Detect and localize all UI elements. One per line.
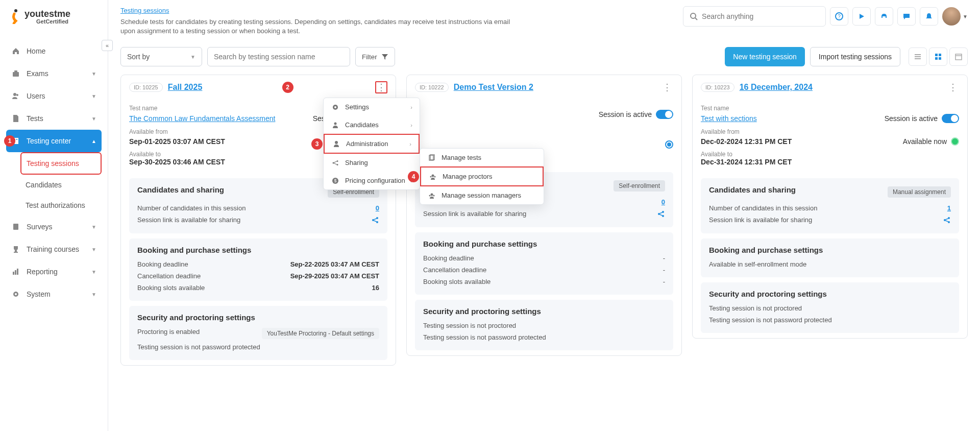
- help-button[interactable]: ?: [830, 7, 848, 26]
- svg-text:?: ?: [838, 14, 841, 19]
- nav-label: System: [27, 290, 51, 298]
- view-list-button[interactable]: [909, 47, 927, 66]
- label: Testing session is not proctored: [423, 322, 516, 329]
- menu-settings[interactable]: Settings ›: [324, 98, 420, 116]
- svg-line-60: [946, 221, 948, 222]
- session-title-link[interactable]: Fall 2025: [168, 83, 203, 92]
- label: Proctoring is enabled: [137, 328, 200, 339]
- status-radio[interactable]: [665, 140, 673, 149]
- nav-reporting[interactable]: Reporting ▼: [6, 260, 102, 283]
- share-icon[interactable]: [657, 210, 665, 218]
- nav-testing-center[interactable]: 1 Testing center ▲: [6, 130, 102, 152]
- nav-label: Surveys: [27, 223, 53, 231]
- play-button[interactable]: [852, 7, 871, 26]
- submenu-manage-proctors[interactable]: 4 Manage proctors: [420, 166, 544, 186]
- filter-label: Filter: [362, 53, 377, 61]
- step-badge-4: 4: [408, 171, 419, 182]
- chevron-down-icon: ▼: [91, 224, 96, 230]
- import-testing-sessions-button[interactable]: Import testing sessions: [810, 47, 900, 66]
- label: Cancellation deadline: [137, 272, 201, 280]
- nav-users[interactable]: Users ▼: [6, 85, 102, 107]
- svg-point-50: [433, 195, 435, 196]
- global-search[interactable]: [683, 6, 826, 27]
- users-icon: [11, 92, 20, 100]
- menu-administration[interactable]: 3 Administration ›: [324, 134, 420, 154]
- nav-surveys[interactable]: Surveys ▼: [6, 216, 102, 238]
- sort-by-select[interactable]: Sort by ▼: [120, 47, 202, 66]
- chevron-up-icon: ▲: [91, 138, 96, 144]
- svg-line-54: [660, 212, 663, 213]
- notifications-button[interactable]: [920, 7, 938, 26]
- menu-candidates[interactable]: Candidates ›: [324, 116, 420, 134]
- nav-candidates[interactable]: Candidates: [20, 175, 102, 195]
- menu-pricing[interactable]: $ Pricing configuration ›: [324, 172, 420, 189]
- label: Testing session is not password protecte…: [137, 343, 260, 351]
- enrollment-badge: Self-enrollment: [614, 180, 665, 191]
- chat-button[interactable]: [897, 7, 916, 26]
- svg-point-4: [16, 94, 18, 96]
- slots-value: -: [663, 278, 665, 285]
- session-title-link[interactable]: 16 December, 2024: [740, 83, 813, 92]
- user-menu[interactable]: ▼: [942, 7, 968, 26]
- global-search-input[interactable]: [702, 12, 819, 20]
- label: Testing session is not password protecte…: [709, 316, 832, 324]
- collapse-sidebar-button[interactable]: «: [102, 40, 113, 51]
- step-badge-3: 3: [311, 138, 323, 150]
- session-more-button[interactable]: ⋮: [375, 81, 387, 93]
- chevron-down-icon: ▼: [91, 116, 96, 122]
- nav-system[interactable]: System ▼: [6, 283, 102, 305]
- nav-home[interactable]: Home: [6, 40, 102, 62]
- session-title-link[interactable]: Demo Test Version 2: [454, 83, 533, 92]
- session-id-badge: ID: 10222: [415, 83, 449, 92]
- candidate-count-link[interactable]: 1: [947, 204, 951, 212]
- session-active-toggle[interactable]: [656, 110, 673, 119]
- nav-exams[interactable]: Exams ▼: [6, 62, 102, 85]
- session-more-button[interactable]: ⋮: [661, 81, 673, 93]
- session-id-badge: ID: 10225: [129, 83, 163, 92]
- view-grid-button[interactable]: [929, 47, 947, 66]
- candidate-count-link[interactable]: 0: [376, 204, 379, 212]
- test-name-link[interactable]: The Common Law Fundamentals Assessment: [129, 114, 275, 123]
- menu-label: Sharing: [345, 159, 368, 166]
- session-actions-menu: Settings › Candidates › 3 Administration…: [323, 98, 420, 190]
- files-icon: [427, 154, 436, 161]
- svg-point-45: [432, 174, 434, 177]
- nav-label: Exams: [27, 69, 48, 78]
- chevron-right-icon: ›: [410, 104, 412, 110]
- home-icon: [11, 47, 20, 55]
- chart-icon: [11, 268, 20, 276]
- session-id-badge: ID: 10223: [701, 83, 734, 92]
- menu-sharing[interactable]: Sharing: [324, 154, 420, 172]
- candidate-count-link[interactable]: 0: [662, 198, 665, 206]
- svg-point-49: [429, 195, 431, 196]
- breadcrumb[interactable]: Testing sessions: [120, 7, 169, 14]
- nav-testing-sessions[interactable]: Testing sessions: [20, 152, 102, 175]
- section-title: Booking and purchase settings: [423, 240, 665, 248]
- nav-tests[interactable]: Tests ▼: [6, 107, 102, 130]
- session-search[interactable]: [207, 47, 350, 66]
- new-testing-session-button[interactable]: New testing session: [725, 47, 805, 66]
- nav-training-courses[interactable]: Training courses ▼: [6, 238, 102, 260]
- share-icon[interactable]: [943, 216, 951, 224]
- support-button[interactable]: [875, 7, 893, 26]
- logo[interactable]: youtestme GetCertified: [10, 8, 97, 25]
- status-label: Available now: [903, 137, 947, 146]
- view-calendar-button[interactable]: [949, 47, 968, 66]
- share-icon[interactable]: [371, 216, 379, 224]
- test-name-link[interactable]: Test with sections: [701, 114, 757, 123]
- filter-button[interactable]: Filter: [355, 47, 395, 66]
- session-more-button[interactable]: ⋮: [947, 81, 959, 93]
- session-active-toggle[interactable]: [942, 114, 959, 123]
- chevron-down-icon: ▼: [91, 292, 96, 297]
- svg-point-48: [431, 193, 433, 196]
- booking-deadline-value: Sep-22-2025 03:47 AM CEST: [290, 260, 379, 268]
- slots-value: 16: [372, 284, 379, 292]
- label: Session link is available for sharing: [137, 216, 240, 224]
- session-search-input[interactable]: [214, 53, 344, 61]
- submenu-manage-managers[interactable]: Manage session managers: [420, 186, 544, 204]
- label: Testing session is not proctored: [709, 304, 802, 312]
- submenu-manage-tests[interactable]: Manage tests: [420, 149, 544, 166]
- trophy-icon: [11, 245, 20, 253]
- nav-test-authorizations[interactable]: Test authorizations: [20, 195, 102, 216]
- svg-point-38: [337, 164, 338, 165]
